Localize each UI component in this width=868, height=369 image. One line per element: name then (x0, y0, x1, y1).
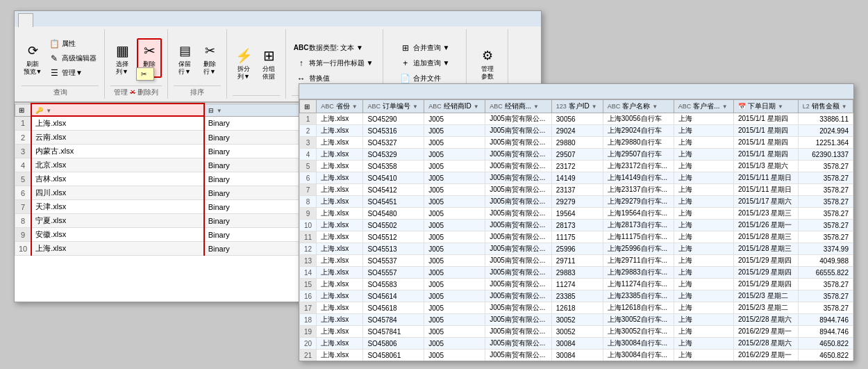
preview-col-header-2[interactable]: ABC 经销商... ▼ (485, 100, 552, 113)
props-icon: 📋 (49, 38, 60, 49)
group-button[interactable]: ⊞ 分组依据 (258, 44, 280, 82)
split-col-label: 拆分列▼ (237, 65, 250, 81)
preview-amount-cell: 8944.746 (798, 326, 853, 338)
preview-dealer-id-cell: J005 (424, 196, 485, 208)
preview-order-cell: SO45329 (363, 149, 424, 161)
preview-cid-cell: 12618 (551, 302, 603, 314)
ribbon-group-manage-cols: ▦ 选择列▼ ✂ 删除列▼ ✂ 管理 ✕ 删除列 (105, 29, 168, 99)
tab-view[interactable] (68, 13, 83, 26)
delete-row-button[interactable]: ✂ 删除行▼ (199, 40, 221, 77)
preview-city-cell: 上海 (674, 350, 733, 361)
advanced-editor-button[interactable]: ✎ 高级编辑器 (47, 52, 99, 65)
preview-dealer-id-cell: J005 (424, 338, 485, 350)
preview-date-cell: 2015/1/1 星期四 (733, 113, 798, 125)
preview-amount-cell: 12251.364 (798, 137, 853, 149)
data-preview-window: ⊞ABC 省份 ▼ABC 订单编号 ▼ABC 经销商ID ▼ABC 经销商...… (299, 83, 854, 361)
preview-col-header-3[interactable]: 123 客户ID ▼ (551, 100, 603, 113)
preview-cid-cell: 30056 (551, 113, 603, 125)
row-num-cell: 10 (15, 242, 32, 256)
preview-col-header-7[interactable]: L2 销售金额 ▼ (798, 100, 853, 113)
ribbon-group-query: ⟳ 刷新预览▼ 📋 属性 ✎ 高级编辑器 ☰ 管理▼ (16, 29, 105, 99)
replace-label: 替换值 (309, 74, 330, 83)
name-cell: 上海.xlsx (31, 116, 203, 131)
preview-dealer-id-cell: J005 (424, 231, 485, 243)
preview-amount-cell: 66555.822 (798, 267, 853, 279)
merge-query-button[interactable]: ⊞ 合并查询 ▼ (398, 42, 452, 54)
ribbon-group-split: ⚡ 拆分列▼ ⊞ 分组依据 (227, 29, 286, 99)
preview-dealer-cell: J005南贸有限公... (485, 172, 552, 184)
preview-city-cell: 上海 (674, 113, 733, 125)
preview-cname-cell: 上海29507自行车 (603, 149, 674, 161)
name-cell: 四川.xlsx (31, 186, 203, 200)
preview-col-header-5[interactable]: ABC 客户省... ▼ (674, 100, 733, 113)
refresh-button[interactable]: ⟳ 刷新预览▼ (22, 40, 44, 77)
row-num-cell: 3 (15, 145, 32, 158)
data-table-scroll[interactable]: ⊞ABC 省份 ▼ABC 订单编号 ▼ABC 经销商ID ▼ABC 经销商...… (299, 99, 853, 361)
manage-param-button[interactable]: ⚙ 管理参数 (476, 44, 499, 82)
preview-date-cell: 2015/1/17 星期六 (733, 196, 798, 208)
preview-dealer-cell: J005南贸有限公... (485, 255, 552, 267)
preview-file-cell: 上海.xlsx (317, 220, 363, 231)
preview-file-cell: 上海.xlsx (317, 196, 363, 208)
name-cell: 安徽.xlsx (31, 228, 203, 242)
preview-file-cell: 上海.xlsx (317, 125, 363, 137)
preview-dealer-cell: J005南贸有限公... (485, 161, 552, 172)
preview-dealer-cell: J005南贸有限公... (485, 208, 552, 220)
preview-city-cell: 上海 (674, 255, 733, 267)
replace-value-button[interactable]: ↔ 替换值 (294, 72, 332, 85)
advanced-editor-icon: ✎ (49, 53, 60, 64)
preview-col-header-4[interactable]: ABC 客户名称 ▼ (603, 100, 674, 113)
preview-cname-cell: 上海19564自行车... (603, 208, 674, 220)
preview-cname-cell: 上海30056自行车 (603, 113, 674, 125)
preview-cid-cell: 23385 (551, 290, 603, 302)
ribbon-group-rows: ▤ 保留行▼ ✂ 删除行▼ 排序 (168, 29, 227, 99)
preview-date-cell: 2015/2/3 星期二 (733, 302, 798, 314)
preview-file-cell: 上海.xlsx (317, 338, 363, 350)
preview-cid-cell: 29711 (551, 255, 603, 267)
preview-col-header-1[interactable]: ABC 经销商ID ▼ (424, 100, 485, 113)
manage-button[interactable]: ☰ 管理▼ (47, 67, 99, 79)
preview-city-cell: 上海 (674, 125, 733, 137)
datatype-button[interactable]: ABC 数据类型: 文本 ▼ (294, 42, 365, 54)
add-query-button[interactable]: + 追加查询 ▼ (398, 57, 452, 69)
list-item: 11 上海.xlsx SO45512 J005 J005南贸有限公... 111… (300, 231, 853, 243)
list-item: 12 上海.xlsx SO45513 J005 J005南贸有限公... 259… (300, 243, 853, 255)
preview-cname-cell: 上海23385自行车... (603, 290, 674, 302)
list-item: 5 上海.xlsx SO45358 J005 J005南贸有限公... 2317… (300, 161, 853, 172)
keep-row-button[interactable]: ▤ 保留行▼ (174, 40, 196, 77)
preview-col-header-0[interactable]: ABC 订单编号 ▼ (363, 100, 424, 113)
preview-file-cell: 上海.xlsx (317, 231, 363, 243)
name-header[interactable]: 🔑 ▼ (31, 104, 203, 116)
row-num-cell: 9 (15, 228, 32, 242)
preview-file-cell: 上海.xlsx (317, 172, 363, 184)
name-cell: 云南.xlsx (31, 131, 203, 145)
preview-dealer-id-cell: J005 (424, 125, 485, 137)
select-col-button[interactable]: ▦ 选择列▼ (110, 39, 134, 78)
preview-city-cell: 上海 (674, 302, 733, 314)
split-col-button[interactable]: ⚡ 拆分列▼ (233, 44, 255, 82)
tab-transform[interactable] (35, 13, 50, 26)
preview-date-cell: 2015/1/29 星期四 (733, 267, 798, 279)
preview-cname-cell: 上海29711自行车... (603, 255, 674, 267)
preview-row-num: 12 (300, 243, 317, 255)
props-button[interactable]: 📋 属性 (47, 38, 99, 50)
row-num-cell: 7 (15, 200, 32, 214)
preview-date-cell: 2015/1/11 星期日 (733, 184, 798, 196)
first-row-label: 将第一行用作标题 ▼ (309, 58, 374, 68)
tab-add-col[interactable] (51, 13, 67, 26)
preview-file-header[interactable]: ABC 省份 ▼ (317, 100, 363, 113)
preview-city-cell: 上海 (674, 279, 733, 290)
tab-start[interactable] (18, 13, 33, 27)
preview-cname-cell: 上海29883自行车... (603, 267, 674, 279)
preview-cid-cell: 29024 (551, 125, 603, 137)
merge-file-button[interactable]: 📄 合并文件 (398, 72, 443, 85)
preview-dealer-id-cell: J005 (424, 267, 485, 279)
merge-query-label: 合并查询 ▼ (413, 43, 450, 53)
first-row-button[interactable]: ↑ 将第一行用作标题 ▼ (294, 57, 376, 69)
preview-amount-cell: 3578.27 (798, 231, 853, 243)
preview-dealer-cell: J005南贸有限公... (485, 184, 552, 196)
merge-file-label: 合并文件 (413, 74, 441, 83)
preview-col-header-6[interactable]: 📅 下单日期 ▼ (733, 100, 798, 113)
preview-cname-cell: 上海28173自行车... (603, 220, 674, 231)
preview-date-cell: 2015/1/3 星期六 (733, 161, 798, 172)
